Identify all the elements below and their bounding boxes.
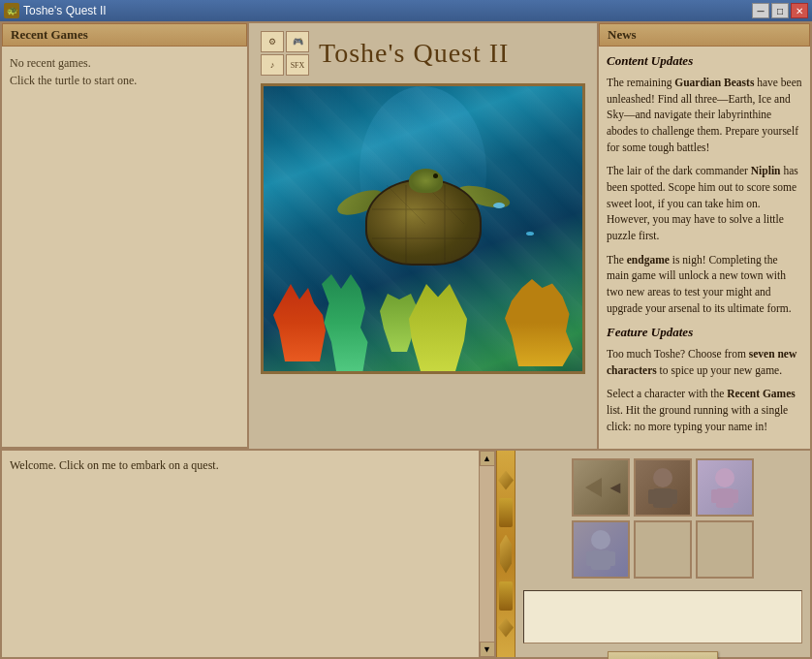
svg-point-7 <box>653 468 672 487</box>
char-slot-arrow[interactable] <box>572 458 630 517</box>
sfx-icon[interactable]: SFX <box>286 54 309 76</box>
scroll-down-arrow[interactable]: ▼ <box>480 642 495 657</box>
music-icon[interactable]: ♪ <box>261 54 284 76</box>
news-para1: The remaining Guardian Beasts have been … <box>607 75 802 155</box>
main-window: Recent Games No recent games. Click the … <box>0 21 812 659</box>
icon-row-top: ⚙ 🎮 <box>261 31 309 52</box>
small-fish <box>493 203 505 208</box>
settings-icon[interactable]: ⚙ <box>261 31 284 52</box>
shell-pattern-svg <box>367 180 484 267</box>
svg-rect-10 <box>670 489 677 504</box>
top-area: Recent Games No recent games. Click the … <box>2 23 810 449</box>
char-portrait-2-svg <box>639 463 687 512</box>
news-section1-title: Content Updates <box>607 52 802 71</box>
center-panel: ⚙ 🎮 ♪ SFX Toshe's Quest II <box>249 23 597 449</box>
char-slot-3[interactable] <box>696 458 754 517</box>
char-portrait-3-svg <box>701 463 749 512</box>
character-grid-area <box>515 451 810 586</box>
title-bar: 🐢 Toshe's Quest II ─ □ ✕ <box>0 0 812 21</box>
recent-games-header: Recent Games <box>2 23 247 47</box>
turtle-eye <box>433 173 438 178</box>
bottom-left: Welcome. Click on me to embark on a ques… <box>2 451 496 657</box>
tiny-fish <box>526 232 534 235</box>
text-scroll-area: Welcome. Click on me to embark on a ques… <box>2 451 494 657</box>
ornament-bottom <box>498 618 514 638</box>
ornament-middle2 <box>499 581 513 611</box>
svg-rect-9 <box>648 489 656 504</box>
select-button[interactable]: Select <box>608 651 718 659</box>
title-bar-controls: ─ □ ✕ <box>752 3 808 18</box>
ornament-gem <box>500 535 512 574</box>
recent-games-content: No recent games. Click the turtle to sta… <box>2 47 247 97</box>
svg-point-15 <box>591 530 610 549</box>
bottom-area: Welcome. Click on me to embark on a ques… <box>2 449 810 657</box>
icon-cluster: ⚙ 🎮 ♪ SFX <box>261 31 309 76</box>
no-games-line1: No recent games. <box>10 54 239 72</box>
arrow-icon <box>578 473 607 502</box>
news-para4: Too much Toshe? Choose from seven new ch… <box>607 346 802 378</box>
bottom-right: Select <box>515 451 810 657</box>
recent-games-section: Recent Games No recent games. Click the … <box>2 23 247 449</box>
icon-row-bottom: ♪ SFX <box>261 54 309 76</box>
game-icon[interactable]: 🎮 <box>286 31 309 52</box>
ornament-divider <box>496 451 515 657</box>
turtle-head <box>409 169 443 193</box>
char-slot-4[interactable] <box>572 520 630 579</box>
minimize-button[interactable]: ─ <box>752 3 769 18</box>
char-slot-6[interactable] <box>696 520 754 579</box>
text-content: Welcome. Click on me to embark on a ques… <box>2 451 479 657</box>
turtle-image-container[interactable] <box>261 83 585 374</box>
character-info-box <box>523 590 802 643</box>
svg-marker-6 <box>585 478 602 497</box>
svg-rect-17 <box>586 551 594 566</box>
char-portrait-4-svg <box>577 525 625 574</box>
turtle-image[interactable] <box>264 86 582 371</box>
svg-rect-13 <box>711 489 718 503</box>
char-slot-2[interactable] <box>634 458 692 517</box>
svg-rect-18 <box>608 551 615 566</box>
news-section2-title: Feature Updates <box>607 324 802 342</box>
turtle-body <box>336 164 511 280</box>
close-button[interactable]: ✕ <box>791 3 808 18</box>
svg-rect-14 <box>732 489 738 503</box>
scroll-up-arrow[interactable]: ▲ <box>480 451 495 466</box>
ornament-top <box>498 471 514 490</box>
app-icon: 🐢 <box>4 3 19 18</box>
maximize-button[interactable]: □ <box>771 3 789 18</box>
game-title: Toshe's Quest II <box>319 38 509 69</box>
welcome-text: Welcome. Click on me to embark on a ques… <box>10 458 219 472</box>
news-para2: The lair of the dark commander Niplin ha… <box>607 163 802 243</box>
news-para3: The endgame is nigh! Completing the main… <box>607 252 802 317</box>
game-title-area: ⚙ 🎮 ♪ SFX Toshe's Quest II <box>249 23 597 83</box>
character-grid <box>523 458 802 579</box>
no-games-line2: Click the turtle to start one. <box>10 72 239 89</box>
name-input-area <box>515 586 810 647</box>
left-panel: Recent Games No recent games. Click the … <box>2 23 249 449</box>
svg-rect-12 <box>716 488 734 508</box>
ornament-middle <box>499 498 513 527</box>
news-para5: Select a character with the Recent Games… <box>607 386 802 434</box>
char-slot-5[interactable] <box>634 520 692 579</box>
right-panel: News Content Updates The remaining Guard… <box>597 23 810 449</box>
title-bar-left: 🐢 Toshe's Quest II <box>4 3 107 18</box>
news-header: News <box>599 23 810 47</box>
svg-point-11 <box>715 468 734 487</box>
window-title: Toshe's Quest II <box>23 4 107 17</box>
text-scrollbar: ▲ ▼ <box>479 451 494 657</box>
select-btn-area: Select <box>515 647 810 659</box>
news-content: Content Updates The remaining Guardian B… <box>599 47 810 449</box>
